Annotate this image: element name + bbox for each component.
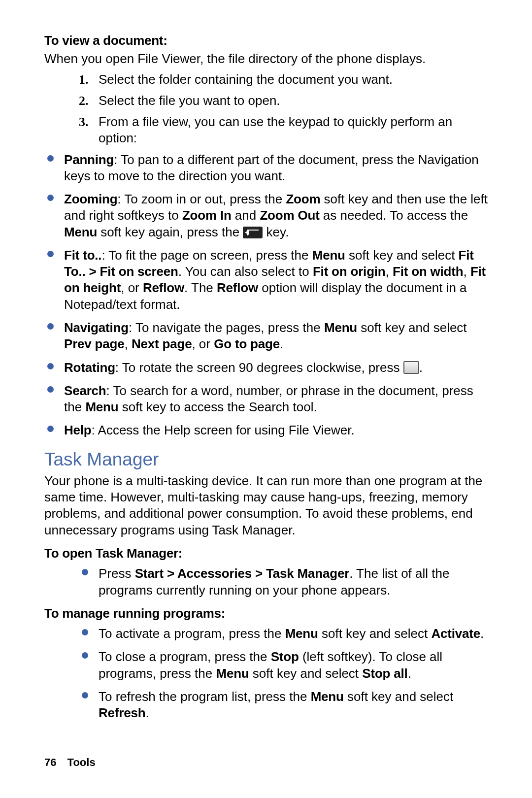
step-num: 1. xyxy=(79,71,99,88)
intro-view-document: When you open File Viewer, the file dire… xyxy=(44,51,493,67)
open-tm-list: Press Start > Accessories > Task Manager… xyxy=(44,565,493,598)
k: Fit on width xyxy=(393,264,463,279)
label: Fit to.. xyxy=(64,248,101,263)
opt-fit: Fit to..: To fit the page on screen, pre… xyxy=(44,247,493,313)
label: Help xyxy=(64,423,92,437)
k: Stop xyxy=(271,649,299,664)
k: Stop all xyxy=(362,666,407,681)
step-num: 3. xyxy=(79,114,99,130)
page-number: 76 xyxy=(44,756,56,768)
intro-task-manager: Your phone is a multi-tasking device. It… xyxy=(44,473,493,538)
step-num: 2. xyxy=(79,93,99,109)
t: : Access the Help screen for using File … xyxy=(92,423,355,437)
k: Reflow xyxy=(143,280,184,295)
k: Zoom Out xyxy=(260,208,319,223)
k: Menu xyxy=(64,225,97,239)
t: . xyxy=(280,336,283,351)
t: , xyxy=(125,336,132,351)
k: Zoom xyxy=(286,192,320,206)
t: soft key and select xyxy=(344,689,454,704)
label: Rotating xyxy=(64,360,115,375)
k: Refresh xyxy=(99,705,145,720)
t: soft key again, press the xyxy=(97,225,243,239)
k: Fit on origin xyxy=(313,264,386,279)
k: Go to page xyxy=(214,336,280,351)
steps-list: 1. Select the folder containing the docu… xyxy=(44,71,493,147)
chapter-name: Tools xyxy=(67,756,96,768)
step-text: From a file view, you can use the keypad… xyxy=(99,114,493,147)
k: Prev page xyxy=(64,336,125,351)
heading-task-manager: Task Manager xyxy=(44,448,493,471)
t: To refresh the program list, press the xyxy=(99,689,311,704)
back-key-icon xyxy=(243,227,263,238)
opt-navigating: Navigating: To navigate the pages, press… xyxy=(44,320,493,353)
k: Menu xyxy=(312,248,345,263)
t: . xyxy=(408,666,411,681)
k: Menu xyxy=(324,320,357,335)
screen-key-icon xyxy=(403,361,419,374)
opt-rotating: Rotating: To rotate the screen 90 degree… xyxy=(44,360,493,376)
t: soft key and select xyxy=(357,320,467,335)
k: Activate xyxy=(432,626,481,641)
k: Menu xyxy=(311,689,344,704)
t: soft key and select xyxy=(318,626,432,641)
opt-zooming: Zooming: To zoom in or out, press the Zo… xyxy=(44,191,493,240)
t: and xyxy=(232,208,260,223)
t: : To rotate the screen 90 degrees clockw… xyxy=(115,360,403,375)
step-1: 1. Select the folder containing the docu… xyxy=(44,71,493,88)
t: as needed. To access the xyxy=(320,208,468,223)
t: . xyxy=(480,626,484,641)
k: Zoom In xyxy=(182,208,232,223)
label: Zooming xyxy=(64,192,117,206)
opt-help: Help: Access the Help screen for using F… xyxy=(44,422,493,438)
t: : To fit the page on screen, press the xyxy=(101,248,312,263)
heading-manage-programs: To manage running programs: xyxy=(44,605,493,622)
open-tm-item: Press Start > Accessories > Task Manager… xyxy=(79,565,493,598)
step-3: 3. From a file view, you can use the key… xyxy=(44,114,493,147)
t: soft key to access the Search tool. xyxy=(118,399,317,414)
t: : To zoom in or out, press the xyxy=(117,192,286,206)
t: . You can also select to xyxy=(178,264,313,279)
page-footer: 76 Tools xyxy=(44,756,96,769)
label: Navigating xyxy=(64,320,129,335)
label: Panning xyxy=(64,152,114,167)
label: Search xyxy=(64,383,106,398)
heading-view-document: To view a document: xyxy=(44,33,493,49)
t: To close a program, press the xyxy=(99,649,271,664)
k: Menu xyxy=(85,399,118,414)
t: , or xyxy=(121,280,143,295)
t: . The xyxy=(184,280,217,295)
t: Press xyxy=(99,566,135,581)
k: Menu xyxy=(285,626,318,641)
t: : To navigate the pages, press the xyxy=(129,320,324,335)
t: . xyxy=(419,360,423,375)
t: soft key and select xyxy=(345,248,459,263)
opt-search: Search: To search for a word, number, or… xyxy=(44,383,493,416)
k: Menu xyxy=(216,666,249,681)
t: soft key and select xyxy=(249,666,363,681)
step-text: Select the file you want to open. xyxy=(99,93,493,109)
text: : To pan to a different part of the docu… xyxy=(64,152,479,183)
t: , xyxy=(386,264,393,279)
k: Next page xyxy=(132,336,192,351)
k: Reflow xyxy=(217,280,258,295)
t: . xyxy=(145,705,149,720)
step-2: 2. Select the file you want to open. xyxy=(44,93,493,109)
t: To activate a program, press the xyxy=(99,626,285,641)
manage-stop: To close a program, press the Stop (left… xyxy=(79,649,493,682)
step-text: Select the folder containing the documen… xyxy=(99,71,493,88)
heading-open-tm: To open Task Manager: xyxy=(44,545,493,562)
k: Start > Accessories > Task Manager xyxy=(135,566,349,581)
options-list: Panning: To pan to a different part of t… xyxy=(44,152,493,439)
t: , or xyxy=(192,336,214,351)
t: key. xyxy=(263,225,289,239)
manage-refresh: To refresh the program list, press the M… xyxy=(79,689,493,722)
opt-panning: Panning: To pan to a different part of t… xyxy=(44,152,493,185)
t: , xyxy=(463,264,470,279)
manage-activate: To activate a program, press the Menu so… xyxy=(79,626,493,642)
manage-list: To activate a program, press the Menu so… xyxy=(44,626,493,721)
